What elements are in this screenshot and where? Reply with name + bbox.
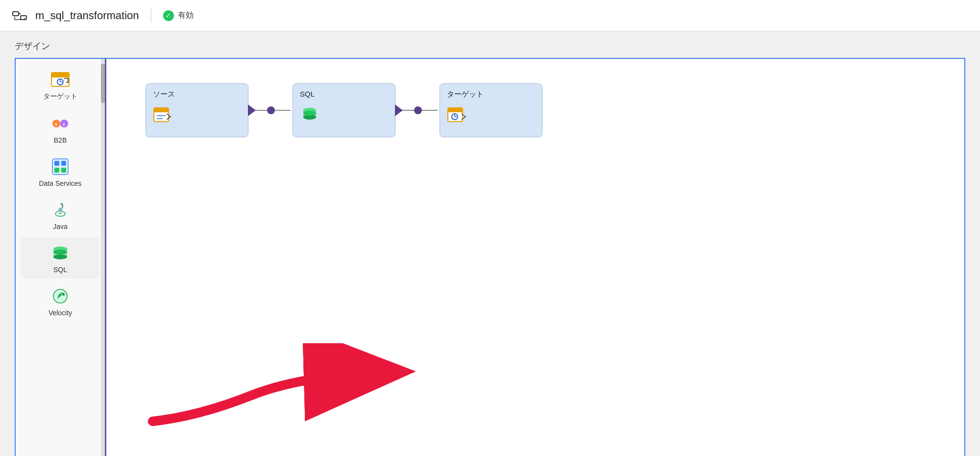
svg-rect-5: [51, 73, 69, 77]
svg-point-36: [303, 111, 316, 116]
sql-icon: [49, 242, 71, 264]
svg-text:$: $: [55, 122, 57, 127]
sql-node-icon: [300, 104, 319, 124]
mapping-icon: [12, 8, 27, 24]
svg-rect-38: [448, 108, 463, 112]
connector-dot-1: [267, 106, 275, 114]
connector-dot-2: [414, 106, 422, 114]
source-node-icon: [153, 105, 172, 125]
sidebar-item-sql[interactable]: SQL: [21, 237, 99, 279]
svg-text:$: $: [63, 122, 65, 127]
svg-rect-15: [61, 161, 66, 166]
target-node-icon: [447, 105, 466, 125]
sidebar-item-velocity-label: Velocity: [49, 309, 72, 317]
target-node[interactable]: ターゲット: [440, 83, 542, 137]
velocity-icon: [49, 285, 71, 307]
page-title: m_sql_transformation: [35, 9, 139, 22]
connector-line-2b: [422, 110, 438, 111]
sidebar-item-target[interactable]: ターゲット: [21, 64, 99, 106]
java-icon: [49, 199, 71, 221]
sidebar-item-data-services-label: Data Services: [39, 179, 81, 187]
sidebar: ターゲット $ $ B2B: [16, 59, 106, 456]
sidebar-item-java-label: Java: [53, 223, 68, 230]
svg-point-25: [53, 250, 67, 254]
svg-rect-1: [21, 16, 26, 20]
connector-line-1b: [275, 110, 291, 111]
sidebar-item-b2b-label: B2B: [54, 136, 67, 144]
sidebar-item-velocity[interactable]: Velocity: [21, 280, 99, 322]
scrollbar-thumb: [101, 64, 105, 103]
svg-rect-17: [61, 168, 66, 173]
sidebar-item-data-services[interactable]: Data Services: [21, 151, 99, 192]
canvas-area: ソース: [106, 59, 964, 456]
flow-container: ソース: [146, 83, 542, 137]
sidebar-item-java[interactable]: Java: [21, 194, 99, 235]
svg-point-22: [53, 254, 67, 259]
data-services-icon: [49, 156, 71, 177]
b2b-icon: $ $: [49, 113, 71, 134]
status-label: 有効: [178, 10, 194, 21]
annotation-arrow: [146, 343, 420, 427]
svg-rect-29: [154, 108, 169, 112]
sidebar-item-b2b[interactable]: $ $ B2B: [21, 108, 99, 149]
sql-node[interactable]: SQL: [293, 83, 395, 137]
main-area: ターゲット $ $ B2B: [15, 58, 965, 456]
sql-node-title: SQL: [300, 90, 388, 98]
source-node-title: ソース: [153, 90, 241, 99]
status-dot: ✓: [163, 10, 174, 21]
status-badge: ✓ 有効: [163, 10, 194, 21]
svg-point-19: [58, 208, 62, 212]
source-node-output-arrow: [248, 104, 256, 116]
target-icon: [49, 69, 71, 90]
sql-node-output-arrow: [395, 104, 403, 116]
source-node[interactable]: ソース: [146, 83, 248, 137]
sidebar-scrollbar[interactable]: [101, 59, 105, 456]
section-title: デザイン: [0, 31, 980, 58]
header: m_sql_transformation ✓ 有効: [0, 0, 980, 31]
target-node-title: ターゲット: [447, 90, 535, 99]
svg-rect-16: [54, 168, 59, 173]
svg-rect-0: [13, 12, 19, 16]
sidebar-item-target-label: ターゲット: [43, 92, 77, 101]
sidebar-item-sql-label: SQL: [53, 266, 67, 274]
svg-rect-14: [54, 161, 59, 166]
header-divider: [151, 9, 151, 23]
svg-point-27: [62, 293, 65, 296]
